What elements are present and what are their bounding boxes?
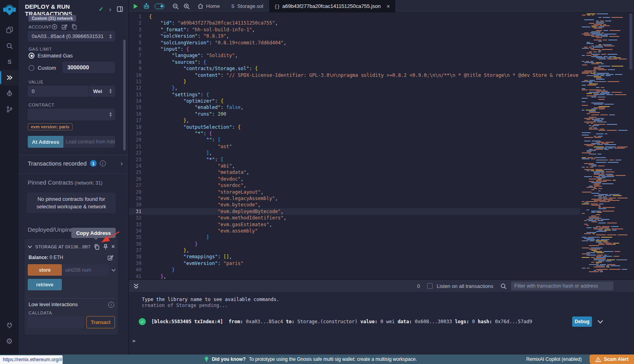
collapse-contract-icon[interactable] <box>28 245 32 248</box>
sign-message-icon[interactable] <box>61 24 67 30</box>
scam-alert-badge[interactable]: Scam Alert <box>590 354 634 364</box>
code-line[interactable]: 33 "evm.gasEstimates", <box>129 221 634 228</box>
code-line[interactable]: 40 } <box>129 267 634 273</box>
copy-account-icon[interactable] <box>71 24 77 30</box>
code-line[interactable]: 16 "runs": 200 <box>129 111 634 117</box>
sidebar-item-file-explorer[interactable] <box>0 22 19 38</box>
code-line[interactable]: 5 "solcLongVersion": "0.8.19+commit.7dd6… <box>129 40 634 46</box>
store-function-button[interactable]: store <box>28 264 62 276</box>
code-line[interactable]: 2 "id": "a69b43f277ba20fcac141151250ca75… <box>129 20 634 26</box>
pin-panel-icon[interactable] <box>117 6 123 12</box>
terminal-prompt[interactable]: > <box>132 338 136 344</box>
sidebar-item-git[interactable] <box>0 101 19 117</box>
code-line[interactable]: 24 "abi", <box>129 163 634 169</box>
code-line[interactable]: 29 "evm.legacyAssembly", <box>129 195 634 202</box>
terminal-filter-input[interactable] <box>511 282 613 290</box>
zoom-out-icon[interactable] <box>172 3 179 10</box>
code-line[interactable]: 10 "content": "// SPDX-License-Identifie… <box>129 72 634 78</box>
code-line[interactable]: 6 "input": { <box>129 46 634 52</box>
custom-gas-radio[interactable] <box>29 65 34 71</box>
code-line[interactable]: 18 "outputSelection": { <box>129 124 634 130</box>
code-line[interactable]: 26 "devdoc", <box>129 176 634 182</box>
code-line[interactable]: 31 "evm.deployedBytecode", <box>129 208 634 215</box>
code-line[interactable]: 39 "evmVersion": "paris" <box>129 260 634 267</box>
code-line[interactable]: 14 "optimizer": { <box>129 98 634 104</box>
transactions-expand-icon[interactable]: › <box>120 160 123 167</box>
code-line[interactable]: 36 } <box>129 241 634 247</box>
code-line[interactable]: 37 }, <box>129 247 634 253</box>
code-line[interactable]: 22 ], <box>129 150 634 156</box>
sidebar-item-search[interactable] <box>0 38 19 54</box>
add-account-icon[interactable] <box>52 24 57 30</box>
code-line[interactable]: 27 "userdoc", <box>129 182 634 189</box>
code-line[interactable]: 13 "settings": { <box>129 91 634 98</box>
code-line[interactable]: 20 "": [ <box>129 137 634 143</box>
code-line[interactable]: 8 "sources": { <box>129 59 634 65</box>
sidebar-item-debugger[interactable] <box>0 86 19 101</box>
value-input[interactable] <box>28 86 89 97</box>
code-line[interactable]: 12 }, <box>129 85 634 91</box>
retrieve-function-button[interactable]: retrieve <box>28 279 62 290</box>
tab-build-info-json[interactable]: { } a69b43f277ba20fcac141151250ca755.jso… <box>269 0 395 12</box>
store-param-input[interactable] <box>62 264 109 276</box>
editor-scrollbar-thumb[interactable] <box>629 13 632 70</box>
calldata-input[interactable] <box>28 316 84 328</box>
code-line[interactable]: 1{ <box>129 13 634 20</box>
code-line[interactable]: 41 }, <box>129 273 634 279</box>
code-line[interactable]: 15 "enabled": false, <box>129 104 634 111</box>
code-line[interactable]: 32 "evm.methodIdentifiers", <box>129 215 634 221</box>
value-unit-select[interactable]: Wei <box>89 86 115 97</box>
code-line[interactable]: 23 "*": [ <box>129 156 634 163</box>
panel-expand-icon[interactable]: › <box>109 6 111 13</box>
code-line[interactable]: 35 ] <box>129 234 634 240</box>
sidebar-item-plugin-manager[interactable] <box>0 317 19 333</box>
listen-all-checkbox[interactable] <box>427 283 433 289</box>
code-line[interactable]: 3 "_format": "hh-sol-build-info-1", <box>129 27 634 33</box>
code-line[interactable]: 28 "storageLayout", <box>129 189 634 195</box>
code-editor[interactable]: 1{2 "id": "a69b43f277ba20fcac141151250ca… <box>129 13 634 279</box>
panel-scrollbar[interactable] <box>123 40 126 151</box>
debug-button[interactable]: Debug <box>572 316 592 327</box>
run-script-icon[interactable] <box>133 4 138 9</box>
estimated-gas-radio[interactable] <box>29 53 34 59</box>
remix-logo-icon[interactable] <box>3 3 16 17</box>
account-select[interactable]: 0xA03...85ac4 (0.39866531531 <box>28 31 115 42</box>
custom-gas-input[interactable] <box>63 61 115 73</box>
edit-balance-icon[interactable] <box>107 255 113 261</box>
code-line[interactable]: 30 "evm.bytecode", <box>129 202 634 208</box>
info-icon[interactable]: i <box>100 160 106 166</box>
transact-button[interactable]: Transact <box>86 316 115 328</box>
solidity-compiler-icon: S <box>6 58 13 65</box>
minimap[interactable] <box>580 13 628 279</box>
tx-expand-icon[interactable] <box>598 320 603 324</box>
code-line[interactable]: 21 "ast" <box>129 143 634 150</box>
code-line[interactable]: 19 "*": { <box>129 130 634 137</box>
code-line[interactable]: 4 "solcVersion": "0.8.19", <box>129 33 634 39</box>
code-line[interactable]: 9 "contracts/Storage.sol": { <box>129 65 634 72</box>
contract-select[interactable] <box>28 109 115 120</box>
at-address-button[interactable]: At Address <box>28 136 63 148</box>
transaction-log-row[interactable]: ✓ [block:5583405 txIndex:4] from: 0xa03.… <box>139 316 634 328</box>
zoom-in-icon[interactable] <box>183 3 190 10</box>
at-address-input[interactable]: Load contract from Addre <box>63 136 115 148</box>
code-line[interactable]: 11 } <box>129 78 634 85</box>
code-line[interactable]: 25 "metadata", <box>129 169 634 175</box>
code-line[interactable]: 7 "language": "Solidity", <box>129 52 634 59</box>
code-line[interactable]: 34 "evm.assembly" <box>129 228 634 234</box>
terminal-expand-icon[interactable] <box>133 283 139 289</box>
editor-scrollbar[interactable] <box>628 13 634 279</box>
copilot-toggle[interactable] <box>155 4 164 9</box>
close-tab-icon[interactable]: × <box>387 3 390 10</box>
sidebar-item-solidity-compiler[interactable]: S <box>0 54 19 70</box>
sidebar-item-settings[interactable]: ⚙ <box>0 333 19 349</box>
copilot-status[interactable]: RemixAI Copilot (enabled) <box>526 356 582 362</box>
ai-assistant-icon[interactable] <box>143 3 150 10</box>
sidebar-item-deploy-run[interactable] <box>0 70 19 86</box>
line-number: 33 <box>129 221 149 228</box>
tab-home[interactable]: Home <box>192 0 226 12</box>
code-line[interactable]: 38 "remappings": [], <box>129 253 634 260</box>
code-line[interactable]: 17 }, <box>129 117 634 124</box>
tab-storage-sol[interactable]: S Storage.sol <box>226 0 269 12</box>
expand-params-icon[interactable] <box>111 269 116 272</box>
low-level-info-icon[interactable]: i <box>108 302 114 308</box>
